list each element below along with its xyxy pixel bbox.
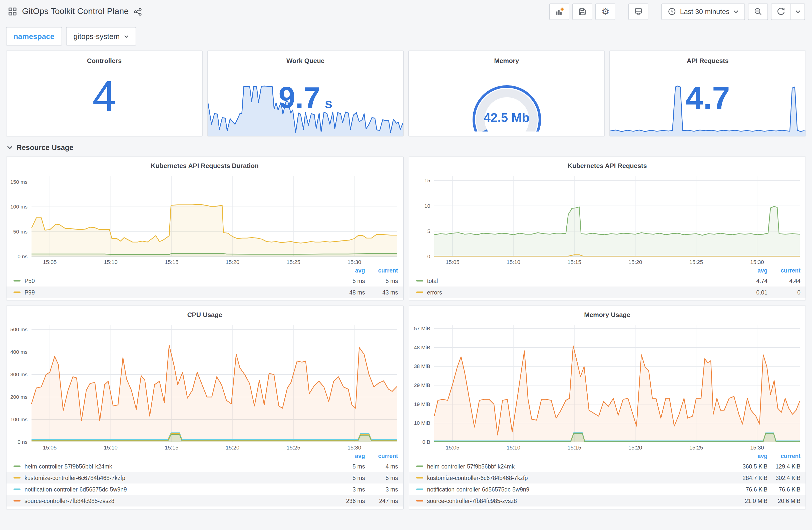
cpu-chart-plot[interactable]: 15:0515:1015:1515:2015:2515:300 ns100 ms… <box>6 321 403 452</box>
refresh-button[interactable] <box>771 3 791 20</box>
series-avg-value: 76.6 KiB <box>735 486 767 492</box>
svg-text:10: 10 <box>424 203 430 209</box>
series-name[interactable]: source-controller-7fb84fc985-zvsz8 <box>427 498 735 504</box>
variable-value: gitops-system <box>73 32 119 41</box>
duration-chart-plot[interactable]: 15:0515:1015:1515:2015:2515:300 ns50 ms1… <box>6 172 403 266</box>
work-queue-unit: s <box>325 96 332 111</box>
share-icon[interactable] <box>134 7 142 16</box>
series-avg-value: 5 ms <box>332 475 365 481</box>
series-name[interactable]: P50 <box>25 278 332 284</box>
legend-row[interactable]: source-controller-7fb84fc985-zvsz8236 ms… <box>6 495 403 506</box>
legend-row[interactable]: errors0.010 <box>409 286 806 298</box>
series-name[interactable]: notification-controller-6d56575dc-5w9n9 <box>427 486 735 492</box>
dashboard-settings-button[interactable]: ⚙ <box>595 3 615 20</box>
stat-panels-row: Controllers 4 Work Queue 9.7s Memory 42.… <box>0 50 812 136</box>
panel-controllers: Controllers 4 <box>6 50 203 136</box>
legend-column-avg[interactable]: avg <box>735 453 767 459</box>
svg-text:300 ms: 300 ms <box>10 371 28 377</box>
charts-grid: Kubernetes API Requests Duration 15:0515… <box>0 157 812 510</box>
series-avg-value: 5 ms <box>332 278 365 284</box>
legend-row[interactable]: total4.744.44 <box>409 275 806 286</box>
apireq-chart-plot[interactable]: 15:0515:1015:1515:2015:2515:30051015 <box>409 172 806 266</box>
series-avg-value: 21.0 MiB <box>735 498 767 504</box>
memory-chart-plot[interactable]: 15:0515:1015:1515:2015:2515:300 B10 MiB1… <box>409 321 806 452</box>
panel-cpu-usage: CPU Usage 15:0515:1015:1515:2015:2515:30… <box>6 306 404 510</box>
legend-column-current[interactable]: current <box>767 453 800 459</box>
panel-title-work-queue[interactable]: Work Queue <box>208 54 403 67</box>
legend-column-current[interactable]: current <box>767 267 800 274</box>
legend-row[interactable]: helm-controller-57f9b56bbf-k24mk360.5 Ki… <box>409 460 806 472</box>
svg-text:100 ms: 100 ms <box>10 416 28 422</box>
series-current-value: 4.44 <box>767 278 800 284</box>
series-color-dash <box>14 500 20 501</box>
dashboard-title: GitOps Toolkit Control Plane <box>22 6 129 16</box>
svg-text:15:30: 15:30 <box>750 259 764 265</box>
svg-text:500 ms: 500 ms <box>10 326 28 332</box>
legend-row[interactable]: P505 ms5 ms <box>6 275 403 286</box>
series-name[interactable]: kustomize-controller-6c6784b468-7kzfp <box>25 475 332 481</box>
legend-column-current[interactable]: current <box>365 267 398 274</box>
svg-text:15: 15 <box>424 177 430 183</box>
series-name[interactable]: total <box>427 278 735 284</box>
legend-column-avg[interactable]: avg <box>332 267 365 274</box>
series-name[interactable]: notification-controller-6d56575dc-5w9n9 <box>25 486 332 492</box>
series-avg-value: 0.01 <box>735 289 767 295</box>
series-name[interactable]: helm-controller-57f9b56bbf-k24mk <box>25 463 332 469</box>
legend-row[interactable]: P9948 ms43 ms <box>6 286 403 298</box>
time-range-picker[interactable]: Last 30 minutes <box>662 3 745 20</box>
panel-api-requests: API Requests 4.7 <box>609 50 806 136</box>
legend-row[interactable]: helm-controller-57f9b56bbf-k24mk5 ms4 ms <box>6 460 403 472</box>
svg-text:48 MiB: 48 MiB <box>414 344 430 350</box>
series-name[interactable]: P99 <box>25 289 332 295</box>
panel-memory-usage: Memory Usage 15:0515:1015:1515:2015:2515… <box>408 306 806 510</box>
legend-column-current[interactable]: current <box>365 453 398 459</box>
series-name[interactable]: helm-controller-57f9b56bbf-k24mk <box>427 463 735 469</box>
dashboard-grid-icon[interactable] <box>8 7 17 16</box>
legend-header: avgcurrent <box>6 452 403 460</box>
legend-row[interactable]: kustomize-controller-6c6784b468-7kzfp284… <box>409 472 806 484</box>
panel-title-cpu[interactable]: CPU Usage <box>6 308 403 321</box>
tv-mode-button[interactable] <box>628 3 648 20</box>
variable-label-namespace[interactable]: namespace <box>6 27 62 45</box>
series-avg-value: 284.7 KiB <box>735 475 767 481</box>
row-header-resource-usage[interactable]: Resource Usage <box>0 136 812 156</box>
legend-column-avg[interactable]: avg <box>735 267 767 274</box>
svg-text:15:15: 15:15 <box>165 444 179 451</box>
series-avg-value: 236 ms <box>332 498 365 504</box>
series-name[interactable]: source-controller-7fb84fc985-zvsz8 <box>25 498 332 504</box>
save-dashboard-button[interactable] <box>572 3 592 20</box>
svg-text:15:20: 15:20 <box>628 444 642 451</box>
add-panel-button[interactable] <box>549 3 569 20</box>
legend-row[interactable]: notification-controller-6d56575dc-5w9n93… <box>6 484 403 495</box>
series-avg-value: 5 ms <box>332 463 365 469</box>
series-current-value: 3 ms <box>365 486 398 492</box>
template-variables-row: namespace gitops-system <box>0 23 812 50</box>
series-current-value: 247 ms <box>365 498 398 504</box>
legend-column-avg[interactable]: avg <box>332 453 365 459</box>
panel-title-apireq[interactable]: Kubernetes API Requests <box>409 159 806 172</box>
panel-title-controllers[interactable]: Controllers <box>6 54 202 67</box>
time-range-label: Last 30 minutes <box>680 8 729 15</box>
series-name[interactable]: kustomize-controller-6c6784b468-7kzfp <box>427 475 735 481</box>
series-name[interactable]: errors <box>427 289 735 295</box>
legend-row[interactable]: kustomize-controller-6c6784b468-7kzfp5 m… <box>6 472 403 484</box>
series-current-value: 0 <box>767 289 800 295</box>
svg-text:0: 0 <box>427 253 430 259</box>
refresh-interval-dropdown[interactable] <box>791 3 805 20</box>
svg-text:15:30: 15:30 <box>750 444 764 451</box>
series-current-value: 5 ms <box>365 475 398 481</box>
series-color-dash <box>14 280 20 281</box>
panel-title-api-requests[interactable]: API Requests <box>610 54 806 67</box>
svg-text:15:15: 15:15 <box>165 259 179 265</box>
panel-title-memory-usage[interactable]: Memory Usage <box>409 308 806 321</box>
variable-value-dropdown[interactable]: gitops-system <box>66 27 136 45</box>
svg-text:15:25: 15:25 <box>689 444 703 451</box>
legend-header: avgcurrent <box>6 266 403 275</box>
panel-title-duration[interactable]: Kubernetes API Requests Duration <box>6 159 403 172</box>
zoom-out-button[interactable] <box>748 3 768 20</box>
svg-text:15:15: 15:15 <box>567 259 581 265</box>
legend-row[interactable]: notification-controller-6d56575dc-5w9n97… <box>409 484 806 495</box>
legend-row[interactable]: source-controller-7fb84fc985-zvsz821.0 M… <box>409 495 806 506</box>
panel-k8s-api-requests-duration: Kubernetes API Requests Duration 15:0515… <box>6 157 404 300</box>
svg-text:10 MiB: 10 MiB <box>414 420 430 426</box>
